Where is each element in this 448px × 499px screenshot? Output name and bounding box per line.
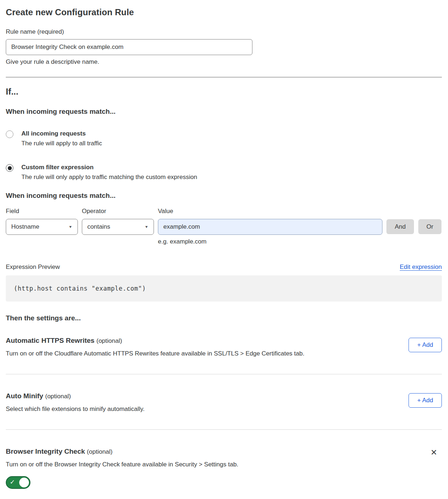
section-divider [6,429,442,430]
add-auto-minify-button[interactable]: + Add [409,393,442,408]
setting-description: Select which file extensions to minify a… [6,406,145,413]
browser-integrity-check-toggle[interactable]: ✓ [6,476,30,489]
edit-expression-link[interactable]: Edit expression [400,263,442,271]
value-input[interactable] [158,219,382,235]
field-select-value: Hostname [11,223,39,230]
setting-title: Automatic HTTPS Rewrites [6,337,95,344]
setting-section-automatic-https-rewrites: Automatic HTTPS Rewrites (optional) Turn… [6,337,442,357]
setting-title: Browser Integrity Check [6,448,85,455]
top-divider [6,77,442,78]
setting-section-browser-integrity-check: Browser Integrity Check (optional) Turn … [6,448,442,490]
add-automatic-https-rewrites-button[interactable]: + Add [409,338,442,352]
radio-option-custom-filter[interactable]: Custom filter expression The rule will o… [6,164,442,181]
expression-code: (http.host contains "example.com") [14,285,146,292]
operator-label: Operator [82,208,154,215]
and-button[interactable]: And [386,219,414,234]
setting-optional-tag: (optional) [87,448,113,455]
or-button[interactable]: Or [418,219,441,234]
filter-builder-row: Field Hostname ▼ Operator contains ▼ Val… [6,208,442,245]
radio-all-incoming-description: The rule will apply to all traffic [21,140,102,147]
toggle-knob [19,478,29,487]
chevron-down-icon: ▼ [68,225,72,229]
setting-optional-tag: (optional) [96,337,122,344]
if-heading: If... [6,87,442,97]
expression-preview-box: (http.host contains "example.com") [6,275,442,302]
section-divider [6,374,442,374]
setting-description: Turn on or off the Cloudflare Automatic … [6,350,304,357]
radio-custom-filter-label: Custom filter expression [21,164,197,171]
rule-name-input[interactable] [6,39,252,55]
page-title: Create new Configuration Rule [6,7,442,17]
close-icon[interactable]: ✕ [429,448,439,458]
setting-title: Auto Minify [6,392,43,400]
setting-optional-tag: (optional) [45,393,71,400]
value-hint: e.g. example.com [158,238,382,245]
value-label: Value [158,208,382,215]
radio-all-incoming-label: All incoming requests [21,130,102,137]
then-settings-heading: Then the settings are... [6,314,442,322]
chevron-down-icon: ▼ [145,225,148,229]
expression-preview-label: Expression Preview [6,263,60,271]
radio-option-all-incoming[interactable]: All incoming requests The rule will appl… [6,130,442,147]
setting-description: Turn on or off the Browser Integrity Che… [6,461,238,468]
operator-select[interactable]: contains ▼ [82,219,154,235]
setting-section-auto-minify: Auto Minify (optional) Select which file… [6,392,442,413]
radio-all-incoming[interactable] [6,130,13,138]
rule-name-label: Rule name (required) [6,28,442,36]
create-configuration-rule-page: Create new Configuration Rule Rule name … [0,0,448,499]
field-select[interactable]: Hostname ▼ [6,219,78,235]
radio-custom-filter[interactable] [6,164,13,172]
radio-custom-filter-description: The rule will only apply to traffic matc… [21,174,197,181]
field-label: Field [6,208,78,215]
filter-heading: When incoming requests match... [6,192,442,200]
operator-select-value: contains [87,223,110,230]
rule-name-help: Give your rule a descriptive name. [6,58,442,66]
match-heading: When incoming requests match... [6,108,442,116]
check-icon: ✓ [10,478,15,486]
